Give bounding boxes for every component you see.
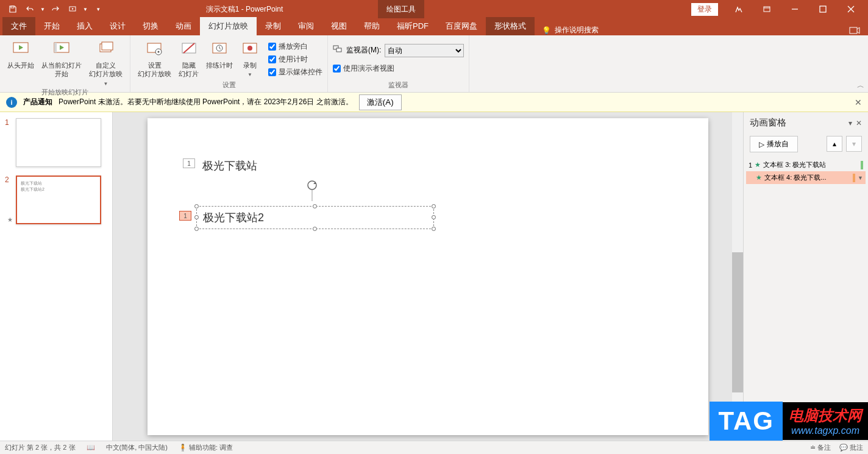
svg-rect-19 [336, 48, 341, 52]
pane-close-icon[interactable]: ✕ [856, 119, 862, 127]
move-down-button[interactable]: ▾ [846, 136, 862, 152]
notice-close-icon[interactable]: ✕ [855, 98, 862, 107]
anim-item-label: 文本框 4: 极光下载... [764, 173, 850, 182]
resize-handle[interactable] [194, 227, 199, 231]
slide-canvas[interactable]: 1 极光下载站 1 极光下载站2 [148, 118, 708, 435]
tab-help[interactable]: 帮助 [355, 17, 388, 35]
slide-thumbnail-1[interactable] [16, 118, 101, 167]
save-icon[interactable] [5, 1, 21, 17]
resize-handle[interactable] [432, 227, 436, 231]
notice-text: PowerPoint 未激活。若要无中断地继续使用 PowerPoint，请在 … [59, 97, 353, 107]
svg-rect-7 [54, 43, 57, 52]
timeline-bar [861, 161, 863, 169]
tab-format[interactable]: 形状格式 [486, 17, 535, 35]
notes-button[interactable]: ≐ 备注 [810, 443, 831, 452]
svg-rect-3 [820, 6, 826, 12]
tab-home[interactable]: 开始 [35, 17, 68, 35]
animation-list: 1 ★ 文本框 3: 极光下载站 ★ 文本框 4: 极光下载... ▼ [744, 155, 868, 441]
hide-slide-button[interactable]: 隐藏 幻灯片 [176, 38, 201, 80]
tab-baidu[interactable]: 百度网盘 [437, 17, 486, 35]
undo-icon[interactable] [22, 1, 38, 17]
slide-thumbnail-2[interactable]: 极光下载站极光下载站2 ★ [16, 176, 101, 224]
svg-rect-4 [850, 27, 857, 34]
notification-bar: i 产品通知 PowerPoint 未激活。若要无中断地继续使用 PowerPo… [0, 93, 868, 112]
language-status[interactable]: 中文(简体, 中国大陆) [106, 443, 168, 452]
tab-record[interactable]: 录制 [257, 17, 290, 35]
custom-slideshow-button[interactable]: 自定义 幻灯片放映 ▼ [87, 38, 125, 88]
titlebar-right: 登录 [691, 0, 868, 18]
textbox-1[interactable]: 极光下载站 [202, 158, 257, 173]
resize-handle[interactable] [313, 227, 317, 231]
from-current-button[interactable]: 从当前幻灯片 开始 [39, 38, 84, 88]
editor-scrollbar[interactable] [732, 112, 743, 441]
resize-handle[interactable] [432, 204, 436, 208]
qat-dropdown-icon[interactable]: ▼ [82, 1, 89, 17]
from-beginning-button[interactable]: 从头开始 [5, 38, 37, 88]
animation-order-tag[interactable]: 1 [183, 158, 195, 168]
qat-customize-icon[interactable]: ▾ [90, 1, 106, 17]
presenter-view-checkbox[interactable]: 使用演示者视图 [333, 62, 464, 75]
tell-me-search[interactable]: 💡 操作说明搜索 [535, 25, 606, 35]
comments-button[interactable]: 💬 批注 [839, 443, 863, 452]
lightbulb-icon: 💡 [542, 26, 551, 35]
play-from-current-icon [52, 39, 71, 59]
spellcheck-icon[interactable]: 📖 [87, 444, 95, 452]
coming-soon-icon[interactable] [725, 0, 752, 18]
hide-slide-label: 隐藏 幻灯片 [179, 61, 199, 79]
play-from-button[interactable]: ▷ 播放自 [750, 136, 798, 152]
media-checkbox[interactable]: 显示媒体控件 [268, 66, 322, 79]
tab-view[interactable]: 视图 [322, 17, 355, 35]
start-slideshow-icon[interactable] [65, 1, 80, 17]
textbox-2-selected[interactable]: 极光下载站2 [196, 206, 434, 229]
activate-button[interactable]: 激活(A) [359, 94, 402, 110]
rehearse-icon [210, 39, 229, 59]
rehearse-button[interactable]: 排练计时 [204, 38, 235, 80]
play-icon: ▷ [759, 140, 764, 149]
resize-handle[interactable] [194, 215, 199, 219]
ribbon-collapse-icon[interactable]: ︿ [857, 80, 864, 91]
group-label-setup: 设置 [135, 80, 322, 91]
slide-editor[interactable]: 1 极光下载站 1 极光下载站2 [113, 112, 743, 441]
title-bar: ▼ ▼ ▾ 演示文稿1 - PowerPoint 绘图工具 登录 [0, 0, 868, 18]
tab-design[interactable]: 设计 [101, 17, 134, 35]
login-button[interactable]: 登录 [691, 3, 718, 16]
narration-checkbox[interactable]: 播放旁白 [268, 40, 322, 53]
resize-handle[interactable] [432, 215, 436, 219]
close-icon[interactable] [838, 0, 864, 18]
move-up-button[interactable]: ▴ [827, 136, 842, 152]
record-button[interactable]: 录制 ▼ [238, 38, 262, 80]
rotate-handle-icon[interactable] [306, 179, 318, 205]
accessibility-status[interactable]: 🧍 辅助功能: 调查 [179, 443, 233, 452]
item-dropdown-icon[interactable]: ▼ [858, 175, 863, 181]
maximize-icon[interactable] [809, 0, 836, 18]
custom-slideshow-icon [96, 39, 116, 59]
setup-slideshow-button[interactable]: 设置 幻灯片放映 [135, 38, 174, 80]
timeline-bar [853, 174, 855, 182]
animation-order-tag[interactable]: 1 [179, 211, 191, 221]
tab-review[interactable]: 审阅 [290, 17, 322, 35]
minimize-icon[interactable] [781, 0, 808, 18]
tab-insert[interactable]: 插入 [68, 17, 101, 35]
notice-title: 产品通知 [23, 97, 52, 107]
info-icon: i [6, 97, 17, 108]
ribbon-group-start: 从头开始 从当前幻灯片 开始 自定义 幻灯片放映 ▼ 开始放映幻灯片 [0, 35, 130, 92]
tab-transition[interactable]: 切换 [134, 17, 167, 35]
resize-handle[interactable] [194, 204, 199, 208]
resize-handle[interactable] [313, 204, 317, 208]
scrollbar-handle[interactable] [732, 252, 743, 392]
undo-dropdown-icon[interactable]: ▼ [39, 1, 46, 17]
timing-checkbox[interactable]: 使用计时 [268, 53, 322, 66]
tab-slideshow[interactable]: 幻灯片放映 [200, 17, 257, 35]
share-icon[interactable] [841, 26, 868, 35]
tab-animation[interactable]: 动画 [167, 17, 200, 35]
pane-dropdown-icon[interactable]: ▾ [848, 119, 852, 127]
tab-foxit[interactable]: 福昕PDF [388, 17, 437, 35]
thumb-number: 1 [5, 118, 12, 167]
animation-item[interactable]: ★ 文本框 4: 极光下载... ▼ [746, 171, 866, 184]
tab-file[interactable]: 文件 [2, 17, 35, 35]
animation-item[interactable]: 1 ★ 文本框 3: 极光下载站 [746, 158, 866, 171]
ribbon-options-icon[interactable] [753, 0, 780, 18]
redo-icon[interactable] [48, 1, 63, 17]
ribbon-group-setup: 设置 幻灯片放映 隐藏 幻灯片 排练计时 录制 ▼ 播放旁白 使用计时 显示媒体… [130, 35, 328, 92]
monitor-select[interactable]: 自动 [385, 44, 464, 57]
